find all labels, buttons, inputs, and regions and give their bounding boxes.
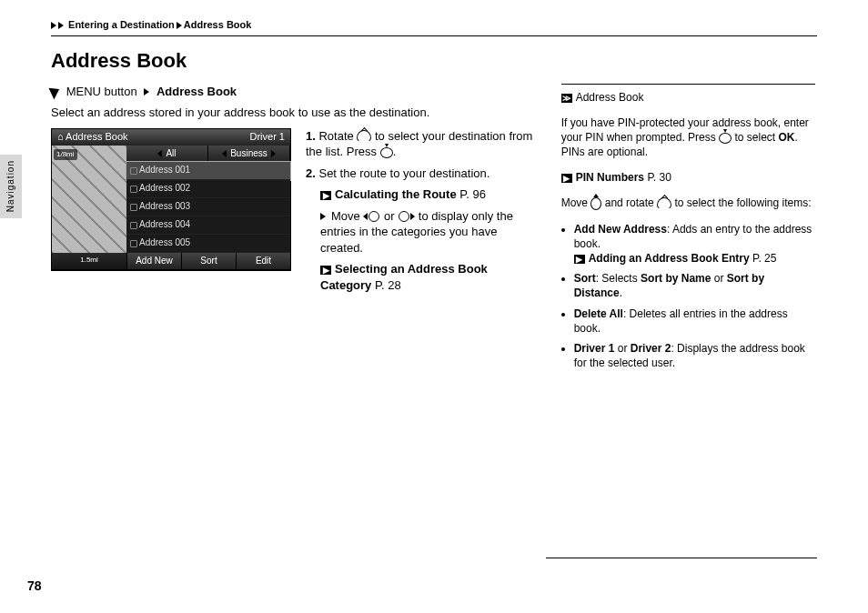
cursor-icon — [51, 85, 60, 98]
map-thumbnail: 1/8mi — [52, 146, 126, 253]
sidebar: ≫Address Book If you have PIN-protected … — [560, 84, 817, 377]
rotary-icon — [657, 197, 671, 210]
divider — [546, 558, 817, 558]
joystick-icon — [399, 211, 409, 222]
list-item: Driver 1 or Driver 2: Displays the addre… — [574, 341, 815, 370]
list-item: Delete All: Deletes all entries in the a… — [574, 306, 815, 336]
chevron-right-icon — [58, 22, 64, 29]
list-item: Address 001 — [126, 162, 290, 180]
joystick-icon — [368, 211, 379, 222]
chevron-right-icon — [144, 88, 149, 95]
menu-path: MENU button Address Book — [51, 84, 541, 100]
xref-icon: ▶ — [320, 266, 331, 275]
divider — [51, 35, 817, 36]
page-number: 78 — [27, 578, 42, 595]
page-title: Address Book — [51, 47, 817, 75]
divider — [561, 84, 815, 85]
sort-button: Sort — [181, 253, 236, 269]
xref-icon: ▶ — [320, 191, 331, 200]
sidebar-paragraph: Move and rotate to select the following … — [561, 196, 815, 210]
xref-icon: ≫ — [561, 94, 572, 103]
tab-business: Business — [208, 146, 290, 162]
press-icon — [719, 133, 732, 144]
list-item: Address 003 — [126, 198, 290, 216]
section-tab: Navigation — [0, 155, 22, 218]
chevron-right-icon — [177, 22, 182, 29]
list-item: Address 004 — [126, 216, 290, 235]
list-item: Sort: Selects Sort by Name or Sort by Di… — [574, 271, 815, 300]
joystick-up-icon — [590, 197, 601, 210]
add-new-button: Add New — [126, 253, 181, 269]
xref-icon: ▶ — [561, 174, 572, 183]
list-item: Address 002 — [126, 180, 290, 198]
press-icon — [380, 147, 393, 158]
xref-icon: ▶ — [574, 255, 585, 264]
edit-button: Edit — [236, 253, 290, 269]
breadcrumb: Entering a DestinationAddress Book — [51, 18, 817, 32]
list-item: Add New Address: Adds an entry to the ad… — [574, 222, 815, 266]
rotary-icon — [357, 130, 371, 143]
intro-text: Select an address stored in your address… — [51, 105, 541, 121]
chevron-right-icon — [320, 213, 326, 220]
tab-all: All — [126, 146, 208, 162]
screenshot: ⌂ Address Book Driver 1 1/8mi All Busine… — [51, 128, 291, 271]
steps: 1. Rotate to select your destination fro… — [306, 128, 541, 299]
chevron-right-icon — [51, 22, 56, 29]
sidebar-paragraph: If you have PIN-protected your address b… — [561, 116, 815, 160]
list-item: Address 005 — [126, 235, 290, 253]
